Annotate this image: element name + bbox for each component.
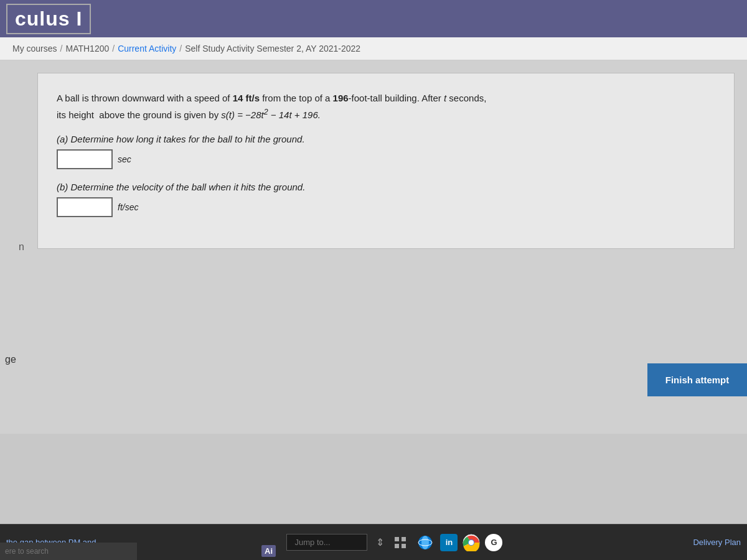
logo: culus I — [6, 4, 91, 34]
sort-arrows-icon[interactable]: ⇕ — [376, 536, 384, 548]
breadcrumb-self-study[interactable]: Self Study Activity Semester 2, AY 2021-… — [185, 44, 360, 54]
ai-label-container: Ai — [261, 545, 276, 556]
top-bar: culus I — [0, 0, 747, 37]
left-label-n: n — [19, 241, 24, 253]
breadcrumb: My courses / MATH1200 / Current Activity… — [0, 37, 747, 60]
height-value: 196 — [333, 93, 349, 103]
breadcrumb-sep-2: / — [112, 44, 115, 54]
breadcrumb-sep-3: / — [179, 44, 182, 54]
part-b-label: (b) Determine the velocity of the ball w… — [57, 182, 715, 192]
part-a-label: (a) Determine how long it takes for the … — [57, 134, 715, 144]
search-bar — [0, 543, 137, 560]
left-label-ge: ge — [5, 354, 16, 365]
breadcrumb-sep-1: / — [60, 44, 63, 54]
part-b-input[interactable] — [57, 197, 113, 217]
linkedin-icon[interactable]: in — [440, 534, 458, 551]
ai-label: Ai — [261, 545, 276, 557]
part-a-unit: sec — [118, 154, 131, 164]
speed-value: 14 ft/s — [233, 93, 260, 103]
equation: s(t) = −28t2 − 14t + 196. — [221, 110, 321, 120]
svg-rect-1 — [402, 537, 406, 541]
taskbar-center: ⇕ in — [286, 533, 502, 553]
t-variable: t — [444, 93, 446, 103]
svg-rect-0 — [395, 537, 399, 541]
main-content: n A ball is thrown downward with a speed… — [0, 60, 747, 434]
part-a-input[interactable] — [57, 149, 113, 169]
question-card: A ball is thrown downward with a speed o… — [37, 73, 735, 249]
svg-point-5 — [421, 536, 429, 549]
google-icon[interactable]: G — [485, 534, 502, 551]
breadcrumb-math1200[interactable]: MATH1200 — [65, 44, 109, 54]
logo-text: culus I — [15, 7, 82, 30]
question-intro: A ball is thrown downward with a speed o… — [57, 91, 715, 123]
part-b-unit: ft/sec — [118, 202, 138, 212]
search-input[interactable] — [5, 547, 132, 556]
svg-rect-3 — [402, 544, 406, 548]
breadcrumb-my-courses[interactable]: My courses — [12, 44, 57, 54]
taskbar-icons: in G — [390, 533, 502, 553]
jump-to-input[interactable] — [286, 534, 367, 551]
part-b-answer-row: ft/sec — [57, 197, 715, 217]
part-a-answer-row: sec — [57, 149, 715, 169]
chrome-icon[interactable] — [463, 534, 480, 551]
breadcrumb-current-activity[interactable]: Current Activity — [118, 44, 176, 54]
taskbar-delivery-plan[interactable]: Delivery Plan — [693, 538, 741, 547]
finish-attempt-button[interactable]: Finish attempt — [647, 363, 747, 396]
browser-icon[interactable] — [415, 533, 435, 553]
svg-point-9 — [469, 540, 474, 545]
grid-icon[interactable] — [390, 533, 410, 553]
svg-rect-2 — [395, 544, 399, 548]
